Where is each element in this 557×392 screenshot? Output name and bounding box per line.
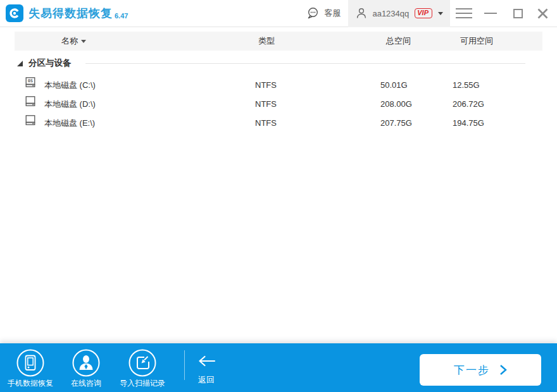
drive-free-space: 194.75G [453, 114, 484, 133]
user-icon [355, 7, 368, 20]
vip-badge: VIP [415, 8, 432, 18]
chat-bubble-icon [306, 6, 320, 20]
drive-total-space: 50.01G [380, 76, 408, 95]
minimize-icon [484, 13, 497, 14]
footer-divider [184, 350, 185, 380]
table-header: 名称 类型 总空间 可用空间 [15, 32, 542, 51]
drive-icon [25, 95, 36, 114]
drive-total-space: 208.00G [380, 95, 412, 114]
minimize-button[interactable] [484, 13, 497, 14]
close-icon [537, 8, 549, 20]
drive-row-e[interactable]: 本地磁盘 (E:\) NTFS 207.75G 194.75G [15, 114, 542, 133]
footer-action-label: 导入扫描记录 [108, 378, 177, 389]
chevron-down-icon [438, 12, 443, 15]
close-button[interactable] [537, 8, 549, 20]
drive-icon [25, 114, 36, 133]
drive-name: 本地磁盘 (C:\) [44, 76, 96, 95]
section-expand-icon [17, 61, 23, 66]
app-logo-icon [6, 4, 23, 22]
drive-total-space: 207.75G [380, 114, 412, 133]
user-account-menu[interactable]: aa1234qq VIP [348, 0, 450, 27]
column-header-free: 可用空间 [460, 32, 493, 51]
app-title: 失易得数据恢复 [28, 6, 113, 21]
drive-row-d[interactable]: 本地磁盘 (D:\) NTFS 208.00G 206.72G [15, 95, 542, 114]
titlebar: 失易得数据恢复 6.47 客服 [0, 0, 557, 27]
sort-caret-icon [81, 40, 86, 43]
drive-type: NTFS [255, 114, 277, 133]
drive-name: 本地磁盘 (E:\) [44, 114, 95, 133]
import-records-icon [108, 349, 177, 377]
username: aa1234qq [372, 9, 409, 18]
brand: 失易得数据恢复 6.47 [28, 6, 128, 21]
column-header-type: 类型 [258, 32, 275, 51]
drive-row-c[interactable]: OS 本地磁盘 (C:\) NTFS 50.01G 12.55G [15, 76, 542, 95]
column-header-total: 总空间 [386, 32, 411, 51]
back-label: 返回 [194, 374, 219, 386]
customer-support-button[interactable]: 客服 [306, 6, 348, 20]
chevron-right-icon [499, 364, 507, 376]
import-scan-records-button[interactable]: 导入扫描记录 [108, 343, 177, 389]
next-step-label: 下一步 [454, 363, 490, 377]
drive-free-space: 206.72G [453, 95, 484, 114]
next-step-button[interactable]: 下一步 [420, 354, 541, 386]
column-header-name[interactable]: 名称 [61, 32, 86, 51]
section-divider [85, 63, 526, 64]
os-drive-icon: OS [25, 76, 36, 95]
maximize-button[interactable] [513, 9, 523, 18]
app-window: 失易得数据恢复 6.47 客服 [0, 0, 557, 392]
menu-button[interactable] [456, 8, 472, 19]
app-version: 6.47 [115, 12, 128, 20]
back-button[interactable]: 返回 [194, 355, 219, 386]
column-header-name-label: 名称 [61, 32, 78, 51]
drive-free-space: 12.55G [453, 76, 480, 95]
drive-type: NTFS [255, 76, 277, 95]
customer-support-label: 客服 [324, 8, 341, 19]
section-partitions-devices[interactable]: 分区与设备 [15, 58, 542, 68]
footer-bar: 手机数据恢复 在线咨询 导入 [0, 343, 557, 392]
section-label: 分区与设备 [28, 58, 72, 69]
drive-type: NTFS [255, 95, 277, 114]
back-arrow-icon [194, 355, 219, 367]
maximize-icon [513, 9, 523, 18]
drive-name: 本地磁盘 (D:\) [44, 95, 96, 114]
svg-text:OS: OS [28, 78, 33, 83]
